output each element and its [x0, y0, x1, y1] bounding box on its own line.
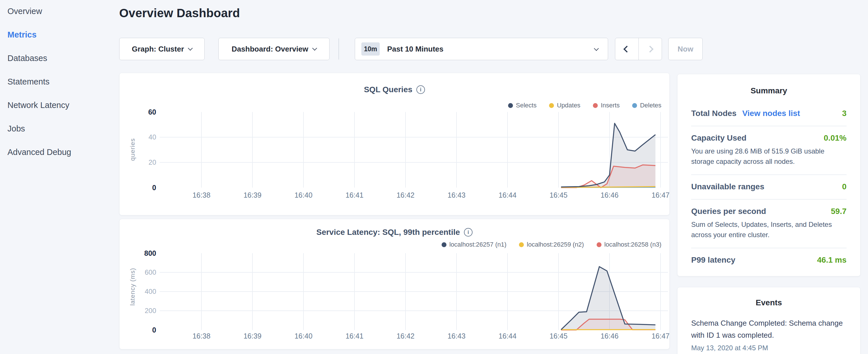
sidebar-item-jobs[interactable]: Jobs	[7, 124, 111, 134]
now-button[interactable]: Now	[668, 38, 703, 60]
prev-time-button[interactable]	[615, 38, 639, 60]
x-axis-tick-label: 16:38	[192, 191, 211, 199]
sidebar: OverviewMetricsDatabasesStatementsNetwor…	[7, 6, 111, 171]
sidebar-item-metrics[interactable]: Metrics	[7, 30, 111, 40]
y-axis-label: queries	[129, 135, 136, 164]
summary-row-value: 3	[842, 109, 846, 118]
y-axis-tick-label: 800	[127, 249, 156, 257]
x-axis-tick-label: 16:46	[601, 332, 619, 340]
x-axis-tick-label: 16:44	[499, 332, 517, 340]
summary-row-label: Capacity Used	[691, 133, 746, 142]
summary-row: P99 latency46.1 ms	[691, 248, 846, 272]
x-axis-tick-label: 16:45	[550, 332, 568, 340]
events-heading: Events	[677, 298, 860, 307]
x-axis-tick-label: 16:43	[447, 191, 466, 199]
time-range-selector[interactable]: 10m Past 10 Minutes	[355, 38, 608, 60]
y-axis-label: latency (ms)	[129, 277, 136, 305]
chevron-down-icon	[188, 46, 193, 51]
event-item[interactable]: Schema Change Completed: Schema change w…	[691, 317, 849, 352]
summary-row-value: 59.7	[831, 207, 847, 216]
chevron-left-icon	[623, 45, 630, 53]
next-time-button[interactable]	[639, 38, 662, 60]
summary-heading: Summary	[677, 86, 860, 95]
summary-row-value: 0	[842, 182, 846, 191]
sidebar-item-overview[interactable]: Overview	[7, 6, 111, 16]
x-axis-tick-label: 16:43	[447, 332, 466, 340]
time-range-badge: 10m	[361, 42, 380, 56]
chevron-down-icon	[312, 46, 317, 51]
summary-row-value: 46.1 ms	[817, 255, 846, 265]
summary-row-label: P99 latency	[691, 255, 735, 265]
x-axis-tick-label: 16:39	[244, 332, 261, 340]
time-step-group	[615, 38, 662, 60]
service-latency-chart-card: Service Latency: SQL, 99th percentileilo…	[119, 219, 670, 349]
y-axis-tick-label: 200	[127, 307, 156, 315]
graph-dropdown-label: Graph: Cluster	[132, 45, 184, 54]
now-button-label: Now	[678, 45, 693, 54]
summary-panel: Summary Total NodesView nodes list3Capac…	[677, 74, 861, 277]
summary-rows: Total NodesView nodes list3Capacity Used…	[691, 102, 846, 272]
graph-dropdown[interactable]: Graph: Cluster	[119, 38, 205, 60]
summary-row-value: 0.01%	[824, 133, 846, 142]
summary-row: Capacity Used0.01%You are using 28.6 MiB…	[691, 126, 846, 175]
time-range-label: Past 10 Minutes	[387, 45, 443, 54]
x-axis-tick-label: 16:42	[397, 332, 415, 340]
summary-row-description: Sum of Selects, Updates, Inserts, and De…	[691, 219, 846, 240]
chart-plot-area[interactable]	[120, 219, 670, 350]
x-axis-tick-label: 16:46	[601, 191, 619, 199]
x-axis-tick-label: 16:44	[499, 191, 517, 199]
dashboard-dropdown[interactable]: Dashboard: Overview	[218, 38, 330, 60]
summary-row-label: Total Nodes	[691, 109, 737, 118]
sidebar-item-advanced-debug[interactable]: Advanced Debug	[7, 147, 111, 157]
summary-row: Total NodesView nodes list3	[691, 102, 846, 126]
sidebar-item-network-latency[interactable]: Network Latency	[7, 100, 111, 110]
y-axis-tick-label: 0	[127, 184, 156, 192]
summary-row: Unavailable ranges0	[691, 175, 846, 200]
y-axis-tick-label: 60	[127, 108, 156, 116]
x-axis-tick-label: 16:42	[397, 191, 415, 199]
sql-queries-chart-card: SQL QueriesiSelectsUpdatesInsertsDeletes…	[119, 73, 670, 215]
x-axis-tick-label: 16:47	[652, 191, 670, 199]
events-panel: Events Schema Change Completed: Schema c…	[677, 287, 861, 354]
page-title: Overview Dashboard	[119, 6, 240, 20]
x-axis-tick-label: 16:38	[192, 332, 211, 340]
x-axis-tick-label: 16:40	[294, 191, 313, 199]
summary-row-label: Unavailable ranges	[691, 182, 764, 191]
event-timestamp: May 13, 2020 at 4:45 PM	[691, 344, 849, 352]
y-axis-tick-label: 0	[127, 326, 156, 334]
divider	[338, 38, 339, 60]
x-axis-tick-label: 16:39	[244, 191, 261, 199]
x-axis-tick-label: 16:47	[652, 332, 670, 340]
summary-row-description: You are using 28.6 MiB of 515.9 GiB usab…	[691, 146, 846, 167]
summary-row-label: Queries per second	[691, 207, 766, 216]
dashboard-dropdown-label: Dashboard: Overview	[231, 45, 308, 54]
chevron-right-icon	[647, 45, 654, 53]
sidebar-item-databases[interactable]: Databases	[7, 53, 111, 63]
x-axis-tick-label: 16:45	[550, 191, 568, 199]
event-text: Schema Change Completed: Schema change w…	[691, 317, 849, 341]
chevron-down-icon	[594, 46, 599, 51]
summary-row: Queries per second59.7Sum of Selects, Up…	[691, 200, 846, 248]
sidebar-item-statements[interactable]: Statements	[7, 77, 111, 87]
x-axis-tick-label: 16:40	[294, 332, 313, 340]
x-axis-tick-label: 16:41	[346, 332, 364, 340]
view-nodes-list-link[interactable]: View nodes list	[742, 109, 800, 118]
x-axis-tick-label: 16:41	[346, 191, 364, 199]
